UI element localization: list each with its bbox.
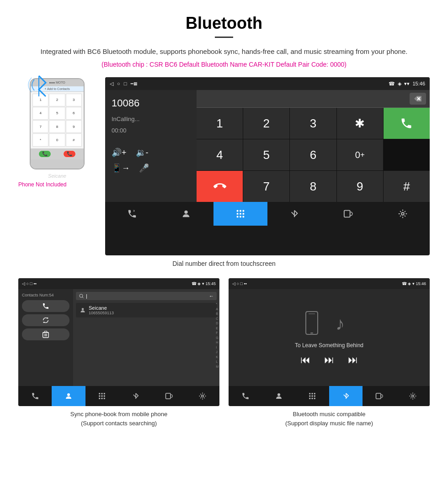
numpad-6[interactable]: 6 [290,139,336,170]
music-status-right: ☎ ◈ ▾ 15:46 [402,281,426,286]
numpad-3[interactable]: 3 [290,108,336,139]
music-nav-bluetooth[interactable] [329,386,363,406]
play-pause-icon[interactable]: ⏭ [324,354,334,366]
music-status-bar: ◁ ○ □ ▪▪ ☎ ◈ ▾ 15:46 [229,278,430,289]
contacts-screen-wrap: ◁ ○ □ ▪▪ ☎ ◈ ▾ 15:45 Contacts Num:54 [18,278,219,428]
dial-input-row [197,90,430,108]
status-right-icons: ☎ ◈ ▾▾ 15:46 [389,81,425,87]
nav-dialpad[interactable] [213,202,267,226]
svg-line-24 [82,297,84,298]
android-dial-screen: ◁ ○ □ ▪▪▦ ☎ ◈ ▾▾ 15:46 10086 InCalling..… [105,77,430,255]
android-contacts-screen: ◁ ○ □ ▪▪ ☎ ◈ ▾ 15:45 Contacts Num:54 [18,278,219,406]
svg-rect-13 [242,216,244,218]
numpad-call[interactable] [384,108,430,139]
mic-icon[interactable]: 🎤 [139,163,149,173]
svg-point-23 [80,294,83,297]
phone-key-4: 4 [32,107,48,120]
phone-key-star: * [32,133,48,146]
phone-end-button: 📞 [63,150,76,158]
svg-rect-31 [101,396,103,397]
nav-transfer[interactable] [321,202,375,226]
contacts-status-bar: ◁ ○ □ ▪▪ ☎ ◈ ▾ 15:45 [18,278,219,289]
svg-rect-37 [165,393,171,399]
svg-rect-43 [314,393,315,394]
contacts-left-panel: Contacts Num:54 [18,289,73,386]
nav-phone[interactable] [105,202,159,226]
music-body: ♪ To Leave Something Behind ⏮ ⏭ ⏭ [229,289,430,386]
phone-image-area: ●●● MOTO + Add to Contacts 1 2 3 4 5 6 7… [18,77,96,188]
dial-timer: 00:00 [112,127,190,134]
music-nav-dialpad[interactable] [296,386,329,406]
svg-rect-7 [242,210,244,212]
svg-point-4 [185,211,188,214]
subtitle: Integrated with BC6 Bluetooth module, su… [18,46,430,57]
contacts-num: Contacts Num:54 [22,293,69,297]
dial-right-panel: 1 2 3 ✱ 4 5 6 0+ 7 8 9 [197,90,430,202]
svg-rect-32 [104,396,105,397]
call-btn[interactable] [22,300,69,312]
numpad-4[interactable]: 4 [197,139,243,170]
sync-btn[interactable] [22,314,69,326]
svg-rect-8 [237,213,239,215]
music-nav-phone[interactable] [229,386,262,406]
numpad-5[interactable]: 5 [243,139,289,170]
music-nav-transfer[interactable] [363,386,396,406]
bt-info: (Bluetooth chip : CSR BC6 Default Blueto… [18,61,430,68]
svg-rect-28 [101,393,103,394]
music-nav-settings[interactable] [396,386,430,406]
next-track-icon[interactable]: ⏭ [348,354,358,366]
caption-contacts: Sync phone-book from mobile phone(Suppor… [18,410,219,428]
numpad-7[interactable]: 7 [243,171,289,202]
vol-up-icon[interactable]: 🔊+ [112,148,127,158]
contacts-nav-transfer[interactable] [152,386,186,406]
numpad-1[interactable]: 1 [197,108,243,139]
bottom-row: ◁ ○ □ ▪▪ ☎ ◈ ▾ 15:45 Contacts Num:54 [18,278,430,428]
contacts-right-panel: | ← Seicane 10655059113 [73,289,219,386]
numpad-0plus[interactable]: 0+ [337,139,383,170]
contacts-nav-bluetooth[interactable] [119,386,152,406]
nav-bluetooth[interactable] [267,202,321,226]
phone-key-6: 6 [66,107,82,120]
contacts-nav-settings[interactable] [186,386,219,406]
music-note-icon: ♪ [333,312,356,334]
numpad-hash[interactable]: # [384,171,430,202]
music-nav-bar [229,386,430,406]
prev-track-icon[interactable]: ⏮ [300,354,310,366]
phone-key-0: 0 [49,133,65,146]
contacts-status-left: ◁ ○ □ ▪▪ [22,281,37,286]
numpad-star[interactable]: ✱ [337,108,383,139]
contacts-status-right: ☎ ◈ ▾ 15:45 [192,281,216,286]
svg-rect-5 [237,210,239,212]
contacts-nav-contacts[interactable] [52,386,85,406]
numpad-end[interactable] [197,171,243,202]
numpad-8[interactable]: 8 [290,171,336,202]
status-left-icons: ◁ ○ □ ▪▪▦ [110,81,138,87]
search-backspace[interactable]: ← [209,293,214,299]
dial-controls: 🔊+ 🔉- 📱→ 🎤 [112,148,190,173]
svg-rect-27 [99,393,101,394]
svg-rect-49 [314,398,315,399]
numpad-2[interactable]: 2 [243,108,289,139]
dial-incalling-status: InCalling... [112,116,190,122]
phone-not-included-label: Phone Not Included [18,181,96,188]
contact-search-bar[interactable]: | ← [76,292,217,300]
contacts-nav-bar [18,386,219,406]
vol-down-icon[interactable]: 🔉- [136,148,149,158]
delete-btn[interactable] [22,328,69,340]
location-icon: ◈ [398,81,401,87]
music-controls: ⏮ ⏭ ⏭ [300,354,358,366]
search-cursor: | [86,293,87,299]
nav-settings[interactable] [376,202,430,226]
contacts-nav-phone[interactable] [18,386,52,406]
numpad-9[interactable]: 9 [337,171,383,202]
svg-rect-33 [99,398,101,399]
svg-rect-12 [240,216,241,218]
backspace-button[interactable] [410,93,426,105]
music-nav-contacts[interactable] [262,386,295,406]
contacts-nav-dialpad[interactable] [85,386,119,406]
transfer-icon[interactable]: 📱→ [112,163,130,173]
nav-contacts[interactable] [159,202,213,226]
contact-list-item[interactable]: Seicane 10655059113 [76,303,217,317]
svg-point-38 [202,395,204,397]
svg-point-16 [401,212,404,215]
